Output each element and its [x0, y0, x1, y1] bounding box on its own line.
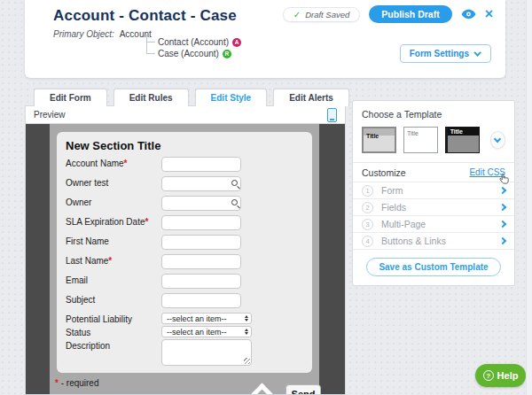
template-list: TitleTitleTitle — [362, 127, 505, 162]
template-thumb-label: Title — [366, 133, 379, 139]
tree-item-label: Contact (Account) — [158, 37, 229, 47]
chevron-down-icon — [494, 136, 501, 143]
form-settings-label: Form Settings — [410, 49, 469, 58]
send-button[interactable]: Send — [286, 384, 321, 395]
customize-section-multi-page[interactable]: 3Multi-Page — [353, 215, 514, 232]
required-asterisk: * — [145, 217, 149, 227]
tab-bar: Edit FormEdit RulesEdit StyleEdit Alerts — [34, 89, 349, 106]
section-number-badge: 4 — [362, 236, 373, 247]
scroll-top-chevron-icon[interactable] — [252, 383, 271, 395]
field-label: Potential Liability — [64, 313, 161, 324]
field-input-last-name[interactable] — [161, 254, 241, 269]
field-input-email[interactable] — [161, 274, 241, 289]
help-label: Help — [497, 370, 519, 381]
tab-edit-form[interactable]: Edit Form — [34, 89, 107, 106]
tab-edit-style[interactable]: Edit Style — [195, 89, 268, 106]
form-row-subject: Subject — [64, 293, 305, 308]
field-label: Owner — [64, 196, 161, 207]
field-label: SLA Expiration Date* — [64, 215, 161, 227]
chevron-right-icon — [499, 237, 506, 244]
section-title: New Section Title — [66, 139, 305, 152]
field-textarea-description[interactable] — [161, 339, 252, 366]
tab-edit-alerts[interactable]: Edit Alerts — [273, 89, 349, 106]
form-rows: Account Name*Owner testOwnerSLA Expirati… — [64, 157, 305, 366]
style-sidebar: Choose a Template TitleTitleTitle Custom… — [352, 100, 515, 286]
chevron-right-icon — [499, 187, 506, 194]
field-label: Email — [64, 274, 161, 285]
select-arrows-icon — [245, 329, 248, 335]
question-icon: ? — [483, 370, 494, 381]
field-input-account-name[interactable] — [161, 157, 241, 172]
preview-panel: Preview New Section Title Account Name*O… — [25, 105, 346, 395]
required-asterisk: * — [108, 256, 112, 266]
mobile-preview-icon[interactable] — [327, 108, 337, 122]
object-badge: R — [223, 50, 231, 58]
form-settings-button[interactable]: Form Settings — [400, 44, 491, 63]
tree-item-label: Case (Account) — [158, 49, 219, 58]
publish-draft-button[interactable]: Publish Draft — [369, 5, 451, 23]
template-thumb-gray[interactable]: Title — [362, 127, 396, 153]
field-label: Description — [64, 339, 161, 351]
select-value: --select an item-- — [167, 328, 227, 337]
edit-css-link[interactable]: Edit CSS — [469, 167, 505, 177]
preview-background: New Section Title Account Name*Owner tes… — [26, 124, 345, 394]
field-input-sla-expiration-date[interactable] — [161, 215, 241, 230]
section-label: Multi-Page — [381, 219, 500, 229]
preview-bar: Preview — [26, 106, 345, 124]
customize-section-fields[interactable]: 2Fields — [353, 198, 514, 215]
template-thumb-dark[interactable]: Title — [445, 127, 480, 153]
page: Account - Contact - Case ✓ Draft Saved P… — [0, 0, 532, 395]
page-title: Account - Contact - Case — [53, 7, 237, 25]
field-input-first-name[interactable] — [161, 235, 241, 250]
field-label: Account Name* — [64, 157, 161, 168]
form-row-account-name: Account Name* — [64, 157, 305, 172]
preview-eye-icon[interactable] — [461, 9, 476, 19]
customize-section-form[interactable]: 1Form — [353, 182, 514, 198]
form-row-owner-test: Owner test — [64, 176, 305, 191]
form-canvas: New Section Title Account Name*Owner tes… — [50, 124, 319, 395]
save-custom-template-button[interactable]: Save as Custom Template — [366, 258, 500, 276]
template-expand-button[interactable] — [490, 131, 505, 149]
check-icon: ✓ — [293, 10, 301, 19]
draft-status-text: Draft Saved — [305, 10, 349, 19]
primary-object-row: Primary Object: Account — [53, 29, 152, 39]
required-asterisk: * — [55, 378, 59, 388]
draft-status-badge: ✓ Draft Saved — [283, 7, 361, 22]
section-label: Buttons & Links — [381, 236, 500, 246]
section-number-badge: 1 — [362, 185, 373, 197]
template-thumb-light[interactable]: Title — [403, 127, 438, 153]
field-input-owner-test[interactable] — [161, 176, 241, 191]
form-row-first-name: First Name — [64, 235, 305, 250]
field-select-potential-liability[interactable]: --select an item-- — [161, 313, 252, 324]
hand-cursor-icon — [499, 174, 509, 187]
choose-template-label: Choose a Template — [362, 109, 505, 120]
section-label: Form — [381, 185, 500, 196]
field-label: Subject — [64, 293, 161, 305]
field-input-subject[interactable] — [161, 293, 241, 308]
form-row-email: Email — [64, 274, 305, 289]
object-tree: Contact (Account)ACase (Account)R — [138, 36, 241, 59]
chevron-down-icon — [473, 49, 481, 56]
section-number-badge: 2 — [362, 202, 373, 213]
tree-item-contact-account: Contact (Account)A — [138, 36, 241, 48]
select-arrows-icon — [245, 315, 248, 321]
form-section: New Section Title Account Name*Owner tes… — [57, 132, 312, 373]
chevron-right-icon — [499, 221, 506, 228]
field-label: First Name — [64, 235, 161, 246]
field-input-owner[interactable] — [161, 196, 241, 211]
close-icon[interactable]: × — [485, 9, 493, 19]
tree-item-case-account: Case (Account)R — [138, 48, 241, 59]
customize-section-buttons-links[interactable]: 4Buttons & Links — [353, 232, 514, 249]
field-label: Status — [64, 326, 161, 337]
save-row: Save as Custom Template — [353, 249, 514, 285]
form-row-description: Description — [64, 339, 305, 366]
required-note-text: - required — [61, 378, 99, 388]
help-button[interactable]: ? Help — [475, 364, 526, 387]
section-label: Fields — [381, 202, 500, 213]
tab-edit-rules[interactable]: Edit Rules — [113, 89, 189, 106]
field-select-status[interactable]: --select an item-- — [161, 326, 252, 337]
header-card: Account - Contact - Case ✓ Draft Saved P… — [25, 0, 505, 78]
header-controls: ✓ Draft Saved Publish Draft × — [283, 5, 493, 23]
select-value: --select an item-- — [167, 314, 227, 323]
page-scrollbar[interactable] — [526, 0, 532, 395]
